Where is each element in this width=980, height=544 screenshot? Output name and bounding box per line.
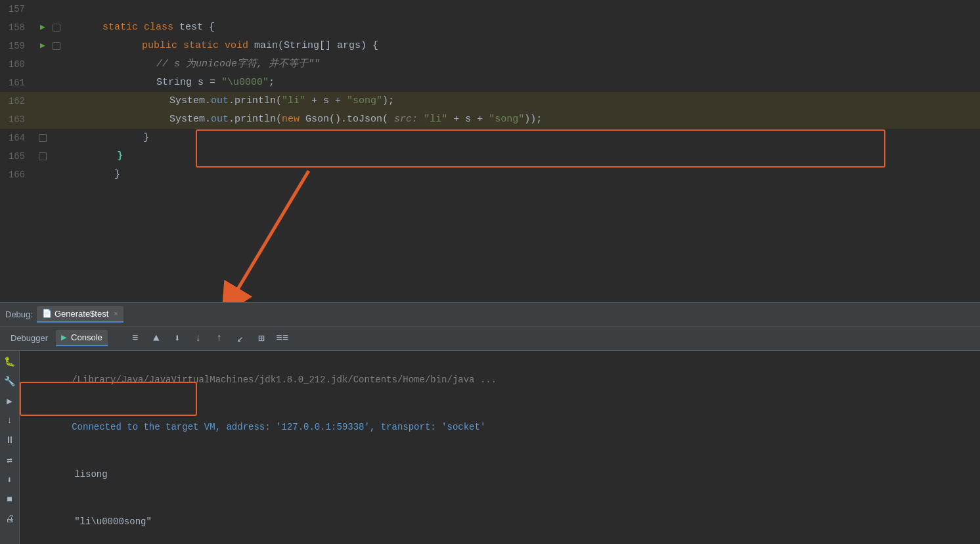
- line-num-164: 164: [0, 129, 33, 147]
- code-editor: 157 158 ▶ static class test { 159 ▶ publ…: [0, 0, 980, 302]
- line-num-163: 163: [0, 110, 33, 129]
- gutter-158[interactable]: ▶: [33, 18, 53, 37]
- debug-left-icons: 🐛 🔧 ▶ ↓ ⏸ ⇄ ⬇ ■ 🖨: [0, 351, 20, 544]
- console-icon: ▶: [61, 333, 66, 342]
- side-icon-down[interactable]: ↓: [2, 413, 18, 428]
- debug-body: 🐛 🔧 ▶ ↓ ⏸ ⇄ ⬇ ■ 🖨 /Library/Java/JavaVirt…: [0, 351, 980, 544]
- line-num-162: 162: [0, 92, 33, 110]
- line-num-166: 166: [0, 166, 33, 184]
- line-num-159: 159: [0, 37, 33, 55]
- debug-title-bar: Debug: 📄 Generate$test ×: [0, 303, 980, 327]
- tab-name-label: Generate$test: [55, 309, 108, 319]
- tab-generate-test[interactable]: 📄 Generate$test ×: [37, 306, 123, 323]
- run-icon-159[interactable]: ▶: [40, 37, 45, 55]
- console-line-output2: "li\u0000song": [28, 498, 972, 544]
- debug-toolbar: Debugger ▶ Console ≡ ▲ ⬇ ↓ ↑ ↙ ⊞ ≡≡: [0, 327, 980, 351]
- side-icon-wrench[interactable]: 🔧: [2, 373, 18, 389]
- line-num-160: 160: [0, 55, 33, 74]
- code-line-166: 166 }: [0, 166, 980, 184]
- toolbar-btn-run-to[interactable]: ↙: [231, 329, 250, 348]
- side-icon-print[interactable]: 🖨: [2, 511, 18, 527]
- side-icon-rerun[interactable]: ⇄: [2, 452, 18, 468]
- tab-file-icon: 📄: [42, 309, 52, 318]
- side-icon-play[interactable]: ▶: [2, 393, 18, 409]
- tab-console[interactable]: ▶ Console: [56, 330, 108, 346]
- toolbar-btn-grid[interactable]: ⊞: [252, 329, 271, 348]
- run-icon-158[interactable]: ▶: [40, 18, 45, 37]
- console-output: /Library/Java/JavaVirtualMachines/jdk1.8…: [20, 351, 980, 544]
- line-num-157: 157: [0, 0, 33, 18]
- toolbar-btn-down-into[interactable]: ⬇: [168, 329, 187, 348]
- line-num-165: 165: [0, 147, 33, 166]
- toolbar-btn-settings[interactable]: ≡: [126, 329, 145, 348]
- code-text: }: [91, 169, 120, 180]
- tab-debugger-label: Debugger: [11, 333, 48, 343]
- line-num-158: 158: [0, 18, 33, 37]
- debug-label: Debug:: [5, 309, 33, 319]
- gutter-164: [33, 134, 53, 142]
- toolbar-btn-list[interactable]: ≡≡: [273, 329, 292, 348]
- debug-panel: Debug: 📄 Generate$test × Debugger ▶ Cons…: [0, 302, 980, 544]
- tab-debugger[interactable]: Debugger: [5, 330, 53, 346]
- side-icon-stop[interactable]: ■: [2, 491, 18, 507]
- console-line-connected: Connected to the target VM, address: '12…: [28, 403, 972, 451]
- side-icon-bug[interactable]: 🐛: [2, 353, 18, 369]
- side-icon-download[interactable]: ⬇: [2, 472, 18, 487]
- breakpoint-165: [39, 152, 47, 160]
- code-content-166: }: [53, 147, 980, 202]
- console-line-0: /Library/Java/JavaVirtualMachines/jdk1.8…: [28, 356, 972, 403]
- line-num-161: 161: [0, 74, 33, 92]
- gutter-165: [33, 152, 53, 160]
- side-icon-pause[interactable]: ⏸: [2, 432, 18, 448]
- breakpoint-164: [39, 134, 47, 142]
- toolbar-btn-up[interactable]: ▲: [147, 329, 166, 348]
- toolbar-btn-step-out[interactable]: ↑: [210, 329, 229, 348]
- breakpoint-158: [53, 24, 60, 32]
- breakpoint-159: [53, 42, 60, 50]
- tab-close-button[interactable]: ×: [114, 309, 118, 317]
- console-line-output1: lisong: [28, 451, 972, 498]
- toolbar-btn-step-over[interactable]: ↓: [189, 329, 208, 348]
- gutter-159[interactable]: ▶: [33, 37, 53, 55]
- tab-console-label: Console: [71, 332, 102, 342]
